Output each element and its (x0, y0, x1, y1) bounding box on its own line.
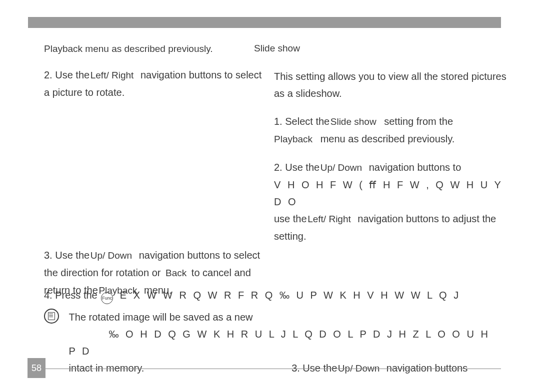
garbled-text: E X W W R Q W R F R Q ‰ U P W K H V H W … (120, 290, 460, 301)
func-button-icon: Func (101, 292, 113, 304)
left-p1: Playback menu as described previously. (44, 40, 269, 57)
right-p3: 2. Use the Up/ Down navigation buttons t… (274, 159, 509, 245)
press-func-row: 4. Press the Func E X W W R Q W R F R Q … (44, 287, 504, 304)
text: 1. Select the (274, 116, 330, 127)
text: Playback (274, 134, 312, 144)
header-bar (28, 17, 501, 28)
func-label: Func (102, 296, 112, 301)
text: 3. Use the (44, 250, 90, 261)
note-body: The rotated image will be saved as a new… (69, 309, 499, 377)
text: Slide show (330, 116, 376, 127)
text: Left/ Right (308, 214, 351, 224)
text: navigation buttons (386, 363, 468, 374)
text: Playback menu as described previously. (44, 43, 213, 54)
page-content: Playback menu as described previously. 2… (44, 40, 504, 375)
slideshow-heading: Slide show (254, 40, 509, 57)
text: menu as described previously. (320, 133, 455, 144)
text: Up/ Down (90, 250, 132, 261)
text: 3. Use the (292, 363, 337, 374)
text: use the (274, 213, 307, 224)
note-block: The rotated image will be saved as a new… (44, 309, 504, 377)
garbled-text: V H O H F W ( ﬀ H F W , Q W H U Y D O (274, 179, 502, 207)
page-number: 58 (28, 358, 46, 378)
page-number-text: 58 (32, 363, 42, 374)
right-column: Slide show This setting allows you to vi… (274, 40, 509, 256)
text: This setting allows you to view all the … (274, 71, 506, 99)
left-column: Playback menu as described previously. 2… (44, 40, 269, 310)
spacer (44, 112, 269, 247)
text: Back (166, 268, 186, 278)
manual-page: Playback menu as described previously. 2… (0, 0, 540, 392)
text: Up/ Down (320, 162, 362, 173)
text: 2. Use the (44, 69, 90, 80)
text: Left/ Right (90, 70, 134, 80)
footer-rule (45, 369, 501, 369)
text: intact in memory. (69, 360, 289, 377)
text: The rotated image will be saved as a new (69, 312, 253, 323)
text: 4. Press the (44, 290, 98, 301)
right-p1: This setting allows you to view all the … (274, 68, 509, 102)
note-icon (44, 309, 59, 324)
text: setting from the (384, 116, 453, 127)
text: 2. Use the (274, 162, 320, 173)
garbled-text: ‰ O H D Q G W K H R U L J L Q D O L P D … (69, 329, 490, 357)
right-p2: 1. Select the Slide show setting from th… (274, 113, 509, 148)
text: navigation buttons to (369, 162, 462, 173)
text: Slide show (254, 43, 300, 53)
left-p2: 2. Use the Left/ Right navigation button… (44, 66, 269, 101)
